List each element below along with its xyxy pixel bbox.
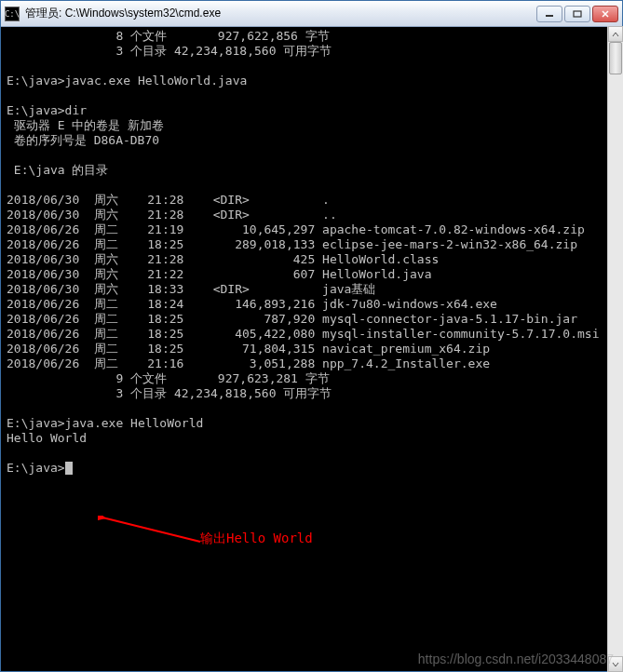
close-button[interactable]: [592, 6, 618, 22]
chevron-up-icon: [612, 32, 619, 37]
maximize-button[interactable]: [564, 6, 590, 22]
window-title: 管理员: C:\Windows\system32\cmd.exe: [25, 6, 536, 21]
scroll-up-button[interactable]: [608, 26, 623, 42]
scroll-down-button[interactable]: [608, 656, 623, 672]
svg-rect-0: [546, 15, 553, 17]
cursor: [65, 462, 73, 475]
cmd-icon: C:\: [5, 7, 20, 21]
chevron-down-icon: [612, 662, 619, 667]
scrollbar-track[interactable]: [608, 42, 623, 656]
maximize-icon: [573, 10, 582, 18]
minimize-button[interactable]: [536, 6, 562, 22]
close-icon: [601, 10, 610, 18]
console-output[interactable]: 8 个文件 927,622,856 字节 3 个目录 42,234,818,56…: [1, 27, 622, 671]
window-controls: [536, 6, 618, 22]
svg-rect-1: [574, 11, 581, 17]
scrollbar-thumb[interactable]: [609, 42, 622, 74]
cmd-window: C:\ 管理员: C:\Windows\system32\cmd.exe 8 个…: [0, 0, 623, 672]
titlebar[interactable]: C:\ 管理员: C:\Windows\system32\cmd.exe: [1, 1, 622, 27]
minimize-icon: [545, 10, 554, 18]
vertical-scrollbar[interactable]: [607, 26, 623, 672]
